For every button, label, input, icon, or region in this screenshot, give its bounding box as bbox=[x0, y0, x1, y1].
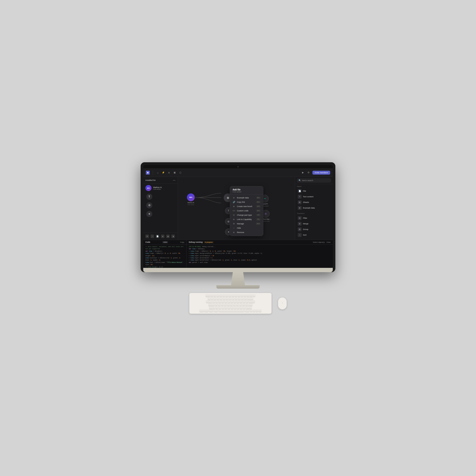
sidebar-node-markus[interactable]: MA Markus Ai Core action bbox=[143, 184, 178, 192]
share-bottom-icon[interactable]: ◉ bbox=[166, 235, 170, 238]
key-e[interactable] bbox=[219, 300, 221, 303]
key-quote[interactable] bbox=[245, 303, 248, 306]
key-q[interactable] bbox=[212, 300, 215, 303]
key-p[interactable] bbox=[240, 300, 242, 303]
key-option[interactable] bbox=[209, 309, 213, 312]
key-8[interactable] bbox=[232, 297, 235, 300]
key-1[interactable] bbox=[211, 297, 213, 300]
canvas-node-markus[interactable]: MA Markus Ai Core action bbox=[187, 193, 195, 205]
key-tab[interactable] bbox=[206, 300, 212, 303]
invite-button[interactable]: Invite members bbox=[312, 171, 330, 175]
copy-button[interactable]: Copy bbox=[180, 241, 184, 243]
key-media-2[interactable] bbox=[250, 294, 252, 297]
key-backslash[interactable] bbox=[248, 303, 253, 306]
right-item-text[interactable]: T Text content bbox=[297, 194, 331, 200]
key-equals[interactable] bbox=[244, 297, 247, 300]
key-7[interactable] bbox=[229, 297, 232, 300]
key-c[interactable] bbox=[221, 306, 224, 309]
logo-icon[interactable]: ◈ bbox=[146, 171, 150, 175]
sidebar-node-t[interactable]: T bbox=[143, 192, 178, 201]
key-esc[interactable] bbox=[205, 294, 210, 297]
sidebar-node-plus[interactable]: ✦ bbox=[143, 210, 178, 218]
key-slash[interactable] bbox=[243, 306, 245, 309]
key-b[interactable] bbox=[228, 306, 230, 309]
type-icon[interactable]: A bbox=[167, 171, 171, 174]
key-shift-l[interactable] bbox=[209, 306, 215, 309]
ctx-copy-link[interactable]: 🔗 Copy link ⌘C bbox=[230, 200, 263, 204]
key-fn[interactable] bbox=[200, 309, 204, 312]
mouse[interactable] bbox=[278, 298, 287, 309]
key-d[interactable] bbox=[221, 303, 223, 306]
doc-bottom-icon[interactable]: 📄 bbox=[156, 235, 159, 238]
key-period[interactable] bbox=[240, 306, 242, 309]
settings-icon[interactable]: ⚙ bbox=[307, 171, 310, 174]
key-m[interactable] bbox=[234, 306, 236, 309]
key-rbracket[interactable] bbox=[246, 300, 248, 303]
key-f12[interactable] bbox=[244, 294, 246, 297]
key-backtick[interactable] bbox=[208, 297, 210, 300]
key-l[interactable] bbox=[239, 303, 242, 306]
right-item-file[interactable]: 📄 File bbox=[297, 188, 331, 194]
right-item-sheets[interactable]: ⊞ Sheets bbox=[297, 200, 331, 205]
key-j[interactable] bbox=[233, 303, 236, 306]
ctx-manage[interactable]: ⚙ Manage ⌘M bbox=[230, 221, 263, 226]
key-f9[interactable] bbox=[235, 294, 237, 297]
items-search-box[interactable]: 🔍 Items search bbox=[297, 178, 331, 183]
key-i[interactable] bbox=[234, 300, 236, 303]
key-n[interactable] bbox=[231, 306, 233, 309]
ctx-link-capability[interactable]: ⊕ Link to Capability ⌘L bbox=[230, 217, 263, 221]
sidebar-collapse-button[interactable]: — bbox=[173, 179, 175, 182]
right-item-filter[interactable]: ⊟ Filter bbox=[297, 215, 331, 221]
key-return[interactable] bbox=[249, 300, 255, 303]
ctx-hide[interactable]: ○ Hide bbox=[230, 226, 263, 230]
key-f[interactable] bbox=[224, 303, 226, 306]
key-f8[interactable] bbox=[232, 294, 234, 297]
key-arrow-l[interactable] bbox=[250, 309, 252, 312]
grid-icon[interactable]: ▣ bbox=[173, 171, 176, 174]
right-item-example[interactable]: ⊕ Example data bbox=[297, 205, 331, 211]
right-item-merge[interactable]: ⊕ Merge bbox=[297, 221, 331, 226]
key-f6[interactable] bbox=[225, 294, 228, 297]
key-9[interactable] bbox=[235, 297, 238, 300]
add-bottom-icon[interactable]: + bbox=[151, 235, 154, 238]
key-lbracket[interactable] bbox=[243, 300, 245, 303]
clear-button[interactable]: Clear bbox=[326, 241, 331, 243]
key-v[interactable] bbox=[225, 306, 227, 309]
ctx-example-data[interactable]: ⊕ Example data ⌘D bbox=[230, 196, 263, 200]
key-arrow-r[interactable] bbox=[259, 309, 261, 312]
key-a[interactable] bbox=[215, 303, 218, 306]
key-ctrl[interactable] bbox=[204, 309, 209, 312]
ctx-new-broch[interactable]: ⊕ Create new broch ⌘N bbox=[230, 204, 263, 209]
key-g[interactable] bbox=[227, 303, 230, 306]
key-3[interactable] bbox=[217, 297, 219, 300]
key-f3[interactable] bbox=[216, 294, 219, 297]
play-icon[interactable]: ▶ bbox=[301, 171, 305, 174]
select-objects-button[interactable]: Select object(s) bbox=[313, 241, 325, 243]
flow-icon[interactable]: ⚡ bbox=[162, 171, 165, 174]
key-cmd-l[interactable] bbox=[214, 309, 218, 312]
key-4[interactable] bbox=[220, 297, 222, 300]
chat-icon[interactable]: ◻ bbox=[178, 171, 182, 174]
key-r[interactable] bbox=[221, 300, 224, 303]
key-space[interactable] bbox=[219, 309, 244, 312]
key-media-3[interactable] bbox=[253, 294, 255, 297]
key-w[interactable] bbox=[216, 300, 218, 303]
key-f7[interactable] bbox=[228, 294, 231, 297]
right-item-group[interactable]: ⊞ Group bbox=[297, 226, 331, 232]
moon-bottom-icon[interactable]: ◑ bbox=[171, 235, 175, 238]
key-arrow-d[interactable] bbox=[256, 309, 258, 312]
key-u[interactable] bbox=[231, 300, 233, 303]
ctx-change-part[interactable]: ⊡ Change part type ⌘T bbox=[230, 213, 263, 217]
key-f1[interactable] bbox=[210, 294, 213, 297]
key-f5[interactable] bbox=[222, 294, 225, 297]
key-0[interactable] bbox=[238, 297, 241, 300]
ctx-remove[interactable]: ⊗ Remove bbox=[230, 230, 263, 235]
key-6[interactable] bbox=[226, 297, 228, 300]
key-f11[interactable] bbox=[241, 294, 243, 297]
key-5[interactable] bbox=[223, 297, 225, 300]
key-o[interactable] bbox=[237, 300, 239, 303]
key-h[interactable] bbox=[230, 303, 233, 306]
key-f4[interactable] bbox=[219, 294, 222, 297]
key-shift-r[interactable] bbox=[246, 306, 252, 309]
key-t[interactable] bbox=[225, 300, 227, 303]
